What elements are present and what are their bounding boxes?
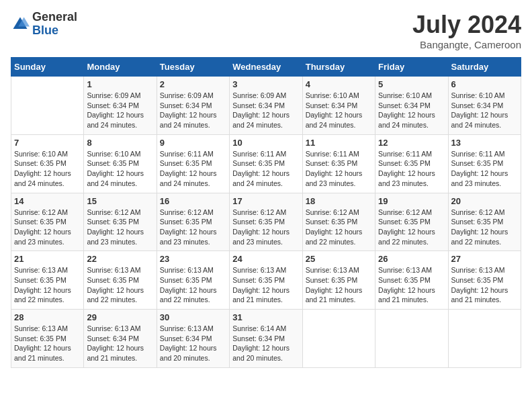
day-number: 1 [87, 79, 153, 89]
day-detail: Sunrise: 6:14 AMSunset: 6:34 PMDaylight:… [232, 324, 299, 363]
header-tuesday: Tuesday [157, 58, 229, 77]
header-sunday: Sunday [11, 58, 84, 77]
day-number: 2 [160, 79, 226, 89]
calendar-cell: 30Sunrise: 6:13 AMSunset: 6:34 PMDayligh… [157, 310, 229, 368]
day-detail: Sunrise: 6:10 AMSunset: 6:34 PMDaylight:… [378, 91, 445, 130]
day-number: 27 [451, 254, 518, 264]
calendar-week-4: 21Sunrise: 6:13 AMSunset: 6:35 PMDayligh… [11, 251, 521, 310]
calendar-cell: 11Sunrise: 6:11 AMSunset: 6:35 PMDayligh… [302, 134, 375, 193]
day-detail: Sunrise: 6:12 AMSunset: 6:35 PMDaylight:… [232, 208, 299, 247]
calendar-cell: 15Sunrise: 6:12 AMSunset: 6:35 PMDayligh… [84, 193, 157, 251]
calendar-cell: 26Sunrise: 6:13 AMSunset: 6:35 PMDayligh… [375, 251, 448, 310]
day-detail: Sunrise: 6:11 AMSunset: 6:35 PMDaylight:… [378, 149, 445, 189]
day-number: 31 [232, 312, 299, 322]
day-detail: Sunrise: 6:13 AMSunset: 6:35 PMDaylight:… [306, 265, 372, 305]
logo-text: General Blue [32, 11, 77, 38]
day-detail: Sunrise: 6:13 AMSunset: 6:34 PMDaylight:… [160, 324, 226, 363]
day-detail: Sunrise: 6:13 AMSunset: 6:35 PMDaylight:… [378, 265, 445, 305]
page-header: General Blue July 2024 Bangangte, Camero… [11, 11, 521, 50]
day-number: 30 [160, 312, 226, 322]
day-number: 11 [306, 138, 372, 148]
day-number: 20 [451, 196, 518, 206]
calendar-cell: 21Sunrise: 6:13 AMSunset: 6:35 PMDayligh… [11, 251, 84, 310]
calendar-cell [448, 310, 521, 368]
calendar-cell: 20Sunrise: 6:12 AMSunset: 6:35 PMDayligh… [448, 193, 521, 251]
day-detail: Sunrise: 6:09 AMSunset: 6:34 PMDaylight:… [87, 91, 153, 130]
day-detail: Sunrise: 6:13 AMSunset: 6:34 PMDaylight:… [87, 324, 153, 363]
day-number: 5 [378, 79, 445, 89]
day-number: 3 [232, 79, 299, 89]
day-detail: Sunrise: 6:12 AMSunset: 6:35 PMDaylight:… [306, 208, 372, 247]
calendar-cell: 9Sunrise: 6:11 AMSunset: 6:35 PMDaylight… [157, 134, 229, 193]
calendar-cell: 7Sunrise: 6:10 AMSunset: 6:35 PMDaylight… [11, 134, 84, 193]
day-detail: Sunrise: 6:12 AMSunset: 6:35 PMDaylight:… [160, 208, 226, 247]
calendar-cell: 18Sunrise: 6:12 AMSunset: 6:35 PMDayligh… [302, 193, 375, 251]
calendar-table: SundayMondayTuesdayWednesdayThursdayFrid… [11, 57, 521, 368]
calendar-week-2: 7Sunrise: 6:10 AMSunset: 6:35 PMDaylight… [11, 134, 521, 193]
logo-blue: Blue [32, 24, 77, 38]
day-detail: Sunrise: 6:13 AMSunset: 6:35 PMDaylight:… [232, 265, 299, 305]
logo-general: General [32, 11, 77, 24]
header-wednesday: Wednesday [230, 58, 302, 77]
calendar-cell: 2Sunrise: 6:09 AMSunset: 6:34 PMDaylight… [157, 77, 229, 135]
header-thursday: Thursday [302, 58, 375, 77]
day-number: 19 [378, 196, 445, 206]
day-detail: Sunrise: 6:11 AMSunset: 6:35 PMDaylight:… [306, 149, 372, 189]
calendar-cell: 3Sunrise: 6:09 AMSunset: 6:34 PMDaylight… [230, 77, 302, 135]
calendar-cell: 8Sunrise: 6:10 AMSunset: 6:35 PMDaylight… [84, 134, 157, 193]
day-detail: Sunrise: 6:12 AMSunset: 6:35 PMDaylight:… [378, 208, 445, 247]
calendar-cell: 10Sunrise: 6:11 AMSunset: 6:35 PMDayligh… [230, 134, 302, 193]
logo: General Blue [11, 11, 77, 38]
calendar-cell [302, 310, 375, 368]
calendar-cell: 23Sunrise: 6:13 AMSunset: 6:35 PMDayligh… [157, 251, 229, 310]
header-friday: Friday [375, 58, 448, 77]
location: Bangangte, Cameroon [412, 39, 521, 50]
day-detail: Sunrise: 6:13 AMSunset: 6:35 PMDaylight:… [87, 265, 153, 305]
day-detail: Sunrise: 6:11 AMSunset: 6:35 PMDaylight:… [451, 149, 518, 189]
day-detail: Sunrise: 6:10 AMSunset: 6:35 PMDaylight:… [14, 149, 81, 189]
day-number: 6 [451, 79, 518, 89]
calendar-cell: 12Sunrise: 6:11 AMSunset: 6:35 PMDayligh… [375, 134, 448, 193]
day-number: 4 [306, 79, 372, 89]
calendar-cell: 1Sunrise: 6:09 AMSunset: 6:34 PMDaylight… [84, 77, 157, 135]
month-title: July 2024 [412, 11, 521, 39]
day-number: 8 [87, 138, 153, 148]
day-number: 13 [451, 138, 518, 148]
day-detail: Sunrise: 6:12 AMSunset: 6:35 PMDaylight:… [451, 208, 518, 247]
calendar-cell: 22Sunrise: 6:13 AMSunset: 6:35 PMDayligh… [84, 251, 157, 310]
day-number: 18 [306, 196, 372, 206]
calendar-cell: 24Sunrise: 6:13 AMSunset: 6:35 PMDayligh… [230, 251, 302, 310]
day-detail: Sunrise: 6:09 AMSunset: 6:34 PMDaylight:… [160, 91, 226, 130]
day-detail: Sunrise: 6:11 AMSunset: 6:35 PMDaylight:… [232, 149, 299, 189]
day-detail: Sunrise: 6:10 AMSunset: 6:35 PMDaylight:… [87, 149, 153, 189]
day-detail: Sunrise: 6:12 AMSunset: 6:35 PMDaylight:… [87, 208, 153, 247]
day-detail: Sunrise: 6:13 AMSunset: 6:35 PMDaylight:… [451, 265, 518, 305]
calendar-cell: 27Sunrise: 6:13 AMSunset: 6:35 PMDayligh… [448, 251, 521, 310]
calendar-cell: 4Sunrise: 6:10 AMSunset: 6:34 PMDaylight… [302, 77, 375, 135]
calendar-cell: 25Sunrise: 6:13 AMSunset: 6:35 PMDayligh… [302, 251, 375, 310]
day-number: 16 [160, 196, 226, 206]
calendar-cell: 5Sunrise: 6:10 AMSunset: 6:34 PMDaylight… [375, 77, 448, 135]
day-number: 23 [160, 254, 226, 264]
day-number: 10 [232, 138, 299, 148]
header-monday: Monday [84, 58, 157, 77]
calendar-cell: 19Sunrise: 6:12 AMSunset: 6:35 PMDayligh… [375, 193, 448, 251]
calendar-cell: 6Sunrise: 6:10 AMSunset: 6:34 PMDaylight… [448, 77, 521, 135]
calendar-cell: 17Sunrise: 6:12 AMSunset: 6:35 PMDayligh… [230, 193, 302, 251]
title-block: July 2024 Bangangte, Cameroon [412, 11, 521, 50]
day-number: 12 [378, 138, 445, 148]
day-detail: Sunrise: 6:11 AMSunset: 6:35 PMDaylight:… [160, 149, 226, 189]
day-detail: Sunrise: 6:13 AMSunset: 6:35 PMDaylight:… [160, 265, 226, 305]
day-detail: Sunrise: 6:12 AMSunset: 6:35 PMDaylight:… [14, 208, 81, 247]
day-detail: Sunrise: 6:13 AMSunset: 6:35 PMDaylight:… [14, 324, 81, 363]
logo-icon [11, 15, 30, 34]
day-detail: Sunrise: 6:10 AMSunset: 6:34 PMDaylight:… [306, 91, 372, 130]
calendar-cell [375, 310, 448, 368]
day-number: 22 [87, 254, 153, 264]
day-number: 9 [160, 138, 226, 148]
calendar-cell: 13Sunrise: 6:11 AMSunset: 6:35 PMDayligh… [448, 134, 521, 193]
calendar-cell: 16Sunrise: 6:12 AMSunset: 6:35 PMDayligh… [157, 193, 229, 251]
day-number: 14 [14, 196, 81, 206]
day-number: 7 [14, 138, 81, 148]
day-number: 15 [87, 196, 153, 206]
